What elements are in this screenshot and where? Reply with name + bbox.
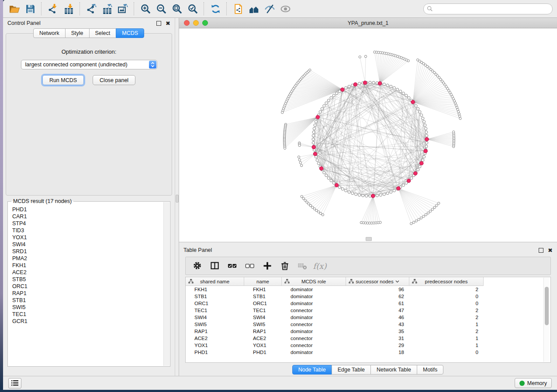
tab-network[interactable]: Network bbox=[33, 28, 66, 38]
open-session-button[interactable] bbox=[7, 2, 22, 16]
table-panel-title: Table Panel bbox=[183, 247, 212, 253]
minimize-window-button[interactable] bbox=[193, 20, 199, 26]
close-panel-icon-button[interactable]: ✖ bbox=[166, 21, 170, 25]
header-predecessor-nodes[interactable]: predecessor nodes bbox=[409, 277, 484, 285]
first-neighbors-button[interactable] bbox=[246, 2, 262, 16]
node-table: shared namenameMCDS rolesuccessor nodesp… bbox=[185, 277, 551, 363]
mcds-result-item[interactable]: SWI5 bbox=[12, 304, 170, 311]
add-column-button[interactable] bbox=[260, 259, 275, 273]
zoom-fit-button[interactable] bbox=[169, 2, 185, 16]
mcds-result-title: MCDS result (17 nodes) bbox=[11, 198, 73, 204]
close-table-panel-button[interactable]: ✖ bbox=[548, 248, 553, 252]
zoom-selected-button[interactable] bbox=[185, 2, 201, 16]
mcds-result-item[interactable]: ORC1 bbox=[12, 283, 170, 290]
mcds-result-item[interactable]: ACE2 bbox=[12, 269, 170, 276]
table-row[interactable]: SWI4SWI4dominator462 bbox=[186, 314, 484, 321]
hide-details-button[interactable] bbox=[262, 2, 277, 16]
optimization-criterion-value: largest connected component (undirected) bbox=[25, 62, 149, 68]
table-row[interactable]: SWI5SWI5connector431 bbox=[186, 321, 484, 328]
toolbar-separator bbox=[226, 2, 227, 15]
search-box[interactable] bbox=[423, 3, 553, 14]
table-row[interactable]: ACE2ACE2connector311 bbox=[186, 335, 484, 342]
mcds-result-item[interactable]: CAR1 bbox=[12, 213, 170, 220]
maximize-window-button[interactable] bbox=[202, 20, 208, 26]
optimization-criterion-select[interactable]: largest connected component (undirected) bbox=[21, 60, 157, 69]
table-row[interactable]: TEC1TEC1connector472 bbox=[186, 307, 484, 314]
tab-motifs[interactable]: Motifs bbox=[417, 365, 443, 375]
header-MCDS-role[interactable]: MCDS role bbox=[282, 277, 346, 285]
table-row[interactable]: YOX1YOX1connector291 bbox=[186, 342, 484, 349]
header-name[interactable]: name bbox=[244, 277, 282, 285]
horizontal-splitter-grip[interactable] bbox=[366, 237, 372, 241]
mcds-result-item[interactable]: TID3 bbox=[12, 227, 170, 234]
mcds-result-item[interactable]: STP4 bbox=[12, 220, 170, 227]
import-network-button[interactable] bbox=[45, 2, 61, 16]
header-shared-name[interactable]: shared name bbox=[186, 277, 244, 285]
table-row[interactable]: PHD1PHD1dominator180 bbox=[186, 349, 484, 356]
mcds-result-item[interactable]: STB1 bbox=[12, 297, 170, 304]
cell: ORC1 bbox=[244, 301, 282, 306]
mcds-result-item[interactable]: RAP1 bbox=[12, 290, 170, 297]
mcds-result-item[interactable]: STB5 bbox=[12, 276, 170, 283]
task-history-button[interactable] bbox=[8, 378, 21, 389]
search-input[interactable] bbox=[433, 4, 552, 13]
unselect-all-button[interactable] bbox=[242, 259, 257, 273]
table-scrollbar[interactable] bbox=[543, 278, 550, 362]
float-table-panel-button[interactable] bbox=[539, 248, 543, 253]
cell: 35 bbox=[346, 329, 409, 334]
vertical-splitter[interactable] bbox=[175, 18, 179, 376]
share-network-button[interactable] bbox=[230, 2, 246, 16]
show-details-button[interactable] bbox=[277, 2, 293, 16]
zoom-in-button[interactable] bbox=[138, 2, 153, 16]
import-table-button[interactable] bbox=[61, 2, 76, 16]
tab-network-table[interactable]: Network Table bbox=[370, 365, 417, 375]
header-successor-nodes[interactable]: successor nodes bbox=[346, 277, 409, 285]
float-panel-button[interactable] bbox=[156, 21, 161, 26]
save-session-button[interactable] bbox=[22, 2, 38, 16]
table-row[interactable]: FKH1FKH1dominator962 bbox=[186, 286, 484, 293]
apply-layout-button[interactable] bbox=[208, 2, 223, 16]
mcds-result-item[interactable]: FKH1 bbox=[12, 262, 170, 269]
memory-button[interactable]: Memory bbox=[515, 378, 552, 388]
delete-column-button[interactable] bbox=[277, 259, 292, 273]
select-all-button[interactable] bbox=[225, 259, 240, 273]
export-network-button[interactable] bbox=[83, 2, 99, 16]
mcds-result-item[interactable]: TEC1 bbox=[12, 311, 170, 318]
mcds-result-scrollbar[interactable] bbox=[163, 202, 170, 366]
table-row[interactable]: STB1STB1dominator620 bbox=[186, 293, 484, 300]
table-tabs-row: Node TableEdge TableNetwork TableMotifs bbox=[179, 364, 557, 376]
mcds-result-item[interactable]: GCR1 bbox=[12, 318, 170, 325]
main-area: Control Panel ✖ NetworkStyleSelectMCDS O… bbox=[3, 18, 557, 376]
table-row[interactable]: RAP1RAP1dominator352 bbox=[186, 328, 484, 335]
cell: 96 bbox=[346, 287, 409, 292]
network-canvas[interactable] bbox=[179, 28, 557, 241]
table-scrollbar-thumb[interactable] bbox=[545, 287, 549, 325]
attribute-settings-button[interactable] bbox=[190, 259, 205, 273]
tab-mcds[interactable]: MCDS bbox=[116, 28, 144, 38]
cell: RAP1 bbox=[186, 329, 244, 334]
splitter-grip[interactable] bbox=[176, 195, 179, 203]
mcds-result-item[interactable]: SWI4 bbox=[12, 241, 170, 248]
cell: 31 bbox=[346, 336, 409, 341]
cell: dominator bbox=[282, 287, 346, 292]
import-table-icon bbox=[63, 3, 74, 14]
mcds-result-item[interactable]: PMA2 bbox=[12, 255, 170, 262]
tab-edge-table[interactable]: Edge Table bbox=[332, 365, 371, 375]
cell: 47 bbox=[346, 308, 409, 313]
column-layout-button[interactable] bbox=[208, 259, 222, 273]
tab-style[interactable]: Style bbox=[65, 28, 90, 38]
mcds-result-item[interactable]: SRD1 bbox=[12, 248, 170, 255]
mcds-result-item[interactable]: PHD1 bbox=[12, 206, 170, 213]
tab-node-table[interactable]: Node Table bbox=[292, 365, 332, 375]
mcds-result-item[interactable]: YOX1 bbox=[12, 234, 170, 241]
export-table-button[interactable] bbox=[99, 2, 115, 16]
mcds-result-list[interactable]: PHD1CAR1STP4TID3YOX1SWI4SRD1PMA2FKH1ACE2… bbox=[8, 202, 170, 325]
tab-select[interactable]: Select bbox=[89, 28, 117, 38]
zoom-out-button[interactable] bbox=[153, 2, 169, 16]
export-image-button[interactable] bbox=[115, 2, 131, 16]
close-window-button[interactable] bbox=[184, 20, 190, 26]
cell: dominator bbox=[282, 350, 346, 355]
close-panel-button[interactable]: Close panel bbox=[93, 75, 135, 85]
table-row[interactable]: ORC1ORC1dominator610 bbox=[186, 300, 484, 307]
run-mcds-button[interactable]: Run MCDS bbox=[42, 75, 84, 85]
